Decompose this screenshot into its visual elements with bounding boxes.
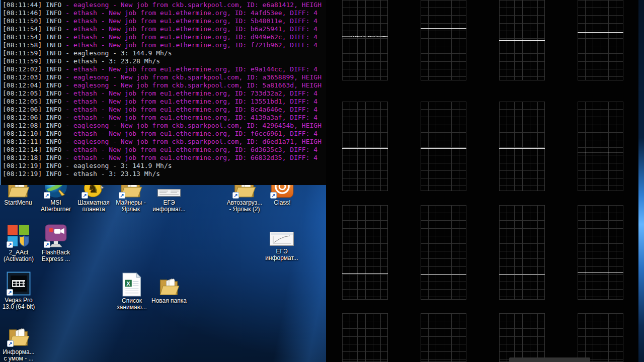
shortcut-arrow-icon: ↗: [7, 241, 13, 248]
icon-label-line: информат...: [252, 255, 312, 261]
desktop-icon-label-informatika-folder: Информа...с умом - ...: [0, 349, 49, 362]
desktop-icon-label-new-folder: Новая папка: [139, 298, 199, 304]
console-log-line: [08:12:11] INFO - eaglesong - New job fr…: [3, 138, 326, 146]
desktop-icon-label-flashback-express: FlashBackExpress ...: [26, 249, 86, 262]
shortcut-arrow-icon: ↗: [232, 192, 239, 199]
graph-grid: [578, 102, 623, 191]
docthumb2-icon: [270, 232, 294, 246]
desktop-icon-ege-doc-1[interactable]: [154, 189, 184, 197]
shortcut-arrow-icon: ↗: [82, 192, 88, 199]
console-log-line: [08:11:59] INFO - eaglesong - 3: 144.9 M…: [3, 49, 326, 57]
graph-series-line: [499, 148, 545, 149]
bottom-overlay-bar: [509, 357, 590, 362]
desktop-icon-label-ege-doc-2: ЕГЭинформат...: [252, 248, 312, 261]
shortcut-arrow-icon: ↗: [270, 192, 277, 199]
console-log-line: [08:11:54] INFO - ethash - New job from …: [3, 25, 326, 33]
graph-grid: [421, 0, 466, 80]
graph-series-line: [421, 28, 466, 29]
console-log-line: [08:12:14] INFO - ethash - New job from …: [3, 146, 326, 154]
graph-grid: [578, 313, 623, 362]
desktop-icon-new-folder[interactable]: [154, 275, 184, 297]
console-log-line: [08:11:50] INFO - ethash - New job from …: [3, 17, 326, 25]
console-log-line: [08:11:44] INFO - eaglesong - New job fr…: [3, 1, 326, 9]
shortcut-arrow-icon: ↗: [44, 241, 50, 248]
graph-series-line: [578, 152, 623, 152]
graph-series-line: [421, 148, 466, 149]
desktop-icon-label-class-app: Class!: [252, 200, 312, 206]
icon-label-line: 13.0 (64-bit): [0, 304, 49, 310]
desktop-icon-spisok-xls[interactable]: X: [117, 273, 147, 297]
icon-label-line: Новая папка: [139, 298, 199, 304]
icon-label-line: - Ярлык (2): [214, 206, 275, 213]
console-log-line: [08:12:08] INFO - eaglesong - New job fr…: [3, 122, 326, 130]
shortcut-arrow-icon: ↗: [7, 340, 14, 347]
console-log-line: [08:12:05] INFO - ethash - New job from …: [3, 98, 326, 106]
icon-label-line: информат...: [139, 206, 199, 213]
graph-grid: [342, 102, 388, 191]
shortcut-arrow-icon: ↗: [119, 192, 125, 199]
graph-grid: [421, 102, 466, 191]
console-log-line: [08:11:54] INFO - ethash - New job from …: [3, 33, 326, 41]
graph-series-line: [342, 34, 388, 39]
graph-grid: [421, 205, 466, 300]
console-log-line: [08:12:05] INFO - ethash - New job from …: [3, 89, 326, 98]
graph-series-line: [499, 275, 545, 275]
graph-grid: [342, 205, 388, 300]
icon-label-line: занимаю...: [102, 304, 162, 311]
graph-grid: [499, 313, 545, 362]
graph-grid: [578, 0, 623, 80]
graph-series-line: [499, 40, 545, 41]
desktop-icon-flashback-express[interactable]: ↗: [41, 224, 71, 248]
graph-series-line: [578, 273, 623, 273]
desktop-icon-label-ege-doc-1: ЕГЭинформат...: [139, 200, 199, 213]
graph-grid: [342, 0, 388, 80]
console-log-line: [08:12:18] INFO - ethash - New job from …: [3, 154, 326, 162]
console-log-line: [08:12:06] INFO - ethash - New job from …: [3, 114, 326, 122]
excel-icon: X: [122, 273, 141, 297]
svg-text:X: X: [126, 281, 130, 287]
desktop-icon-vegas-pro[interactable]: ↗: [4, 272, 34, 296]
desktop-screen: StartMenu ↗MSIAfterburner ♞ ↗Шахматнаяпл…: [0, 0, 644, 362]
console-log-line: [08:12:19] INFO - eaglesong - 3: 141.9 M…: [3, 162, 326, 170]
desktop-icon-informatika-folder[interactable]: ↗: [4, 324, 34, 347]
graph-grid: [578, 205, 623, 300]
folder-icon: [158, 277, 180, 297]
graph-grid: [342, 313, 388, 362]
desktop-icon-label-vegas-pro: Vegas Pro13.0 (64-bit): [0, 297, 49, 310]
wallpaper-light-streak: [638, 0, 644, 362]
console-log-line: [08:11:59] INFO - ethash - 3: 23.28 Mh/s: [3, 57, 326, 65]
graph-series-line: [342, 273, 388, 274]
desktop-icon-aact-activation[interactable]: ↗: [4, 224, 34, 248]
console-log-line: [08:12:19] INFO - ethash - 3: 23.13 Mh/s: [3, 170, 326, 178]
miner-console-window[interactable]: [08:11:44] INFO - eaglesong - New job fr…: [0, 0, 326, 185]
graph-grid: [499, 205, 545, 300]
console-log-line: [08:11:58] INFO - ethash - New job from …: [3, 41, 326, 49]
graph-series-line: [578, 32, 623, 33]
docthumb-icon: [157, 189, 181, 197]
console-log: [08:11:44] INFO - eaglesong - New job fr…: [1, 0, 326, 178]
graph-grid: [421, 313, 466, 362]
shortcut-arrow-icon: ↗: [44, 192, 50, 199]
icon-label-line: Class!: [252, 200, 312, 206]
icon-label-line: с умом - ...: [0, 355, 49, 362]
icon-label-line: Express ...: [26, 256, 86, 262]
hardware-monitor-window[interactable]: [326, 0, 638, 362]
console-log-line: [08:12:02] INFO - ethash - New job from …: [3, 65, 326, 73]
console-log-line: [08:11:46] INFO - ethash - New job from …: [3, 9, 326, 17]
console-log-line: [08:12:10] INFO - ethash - New job from …: [3, 130, 326, 138]
graph-grid: [499, 102, 545, 191]
shortcut-arrow-icon: ↗: [7, 289, 13, 296]
graph-series-line: [421, 275, 466, 275]
console-log-line: [08:12:06] INFO - ethash - New job from …: [3, 106, 326, 114]
desktop-icon-ege-doc-2[interactable]: [267, 232, 297, 246]
console-log-line: [08:12:03] INFO - eaglesong - New job fr…: [3, 73, 326, 81]
graph-series-line: [342, 148, 388, 149]
console-log-line: [08:12:04] INFO - eaglesong - New job fr…: [3, 81, 326, 89]
